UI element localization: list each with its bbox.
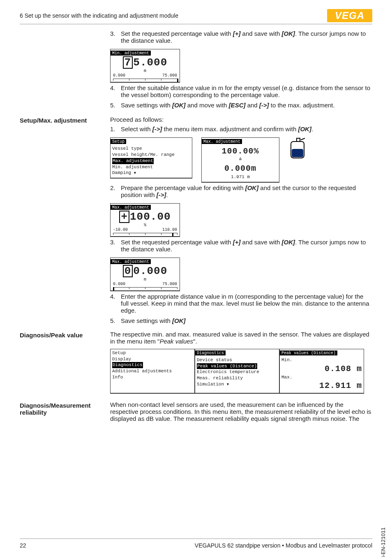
- step-number: 5.: [110, 317, 121, 324]
- lcd-display: Max. adjustment +100.00 % -10.00110.00: [110, 203, 180, 237]
- step-text: Prepare the percentage value for editing…: [121, 184, 372, 198]
- tank-icon: [288, 137, 307, 160]
- step-number: 3.: [110, 239, 121, 253]
- side-heading: Diagnosis/Measurement reliability: [20, 402, 110, 416]
- step-number: 2.: [110, 184, 121, 198]
- svg-rect-1: [292, 149, 303, 157]
- lcd-display-value: Peak values (Distance) Min. 0.108 m Max.…: [279, 349, 364, 394]
- step-text: Save settings with [OK]: [121, 317, 372, 324]
- step-number: 5.: [110, 102, 121, 109]
- lcd-display-menu: Diagnostics Device status Peak values (D…: [195, 349, 279, 394]
- step-text: Save settings with [OK] and move with [E…: [121, 102, 372, 109]
- intro-text: Proceed as follows:: [110, 116, 372, 123]
- footer-title: VEGAPULS 62 standpipe version • Modbus a…: [195, 542, 372, 549]
- lcd-display: Max. adjustment 00.000 m 0.00075.000: [110, 258, 180, 291]
- header-title: 6 Set up the sensor with the indicating …: [20, 12, 178, 19]
- step-text: Enter the appropriate distance value in …: [121, 293, 372, 314]
- step-number: 1.: [110, 125, 121, 132]
- step-number: 4.: [110, 293, 121, 314]
- brand-logo: VEGA: [327, 9, 372, 22]
- lcd-display-menu: Setup Display Diagnostics Additional adj…: [110, 349, 195, 394]
- side-heading: Setup/Max. adjustment: [20, 117, 110, 124]
- lcd-display-menu: Setup Vessel type Vessel height/Me. rang…: [110, 137, 192, 179]
- page-number: 22: [20, 542, 26, 549]
- side-heading: Diagnosis/Peak value: [20, 332, 110, 339]
- paragraph: The respective min. and max. measured va…: [110, 331, 372, 345]
- step-text: Set the requested percentage value with …: [121, 30, 372, 44]
- step-text: Set the requested percentage value with …: [121, 239, 372, 253]
- lcd-display-value: Max. adjustment 100.00% ≙ 0.000m 1.971 m: [201, 137, 279, 183]
- paragraph: When non-contact level sensors are used,…: [110, 401, 372, 422]
- doc-id: 41363-EN-121011: [380, 527, 386, 557]
- lcd-display: Min. adjustment 75.000 m 0.00075.000: [110, 49, 180, 83]
- footer-rule: [20, 538, 372, 539]
- step-number: 4.: [110, 84, 121, 98]
- step-text: Enter the suitable distance value in m f…: [121, 84, 372, 98]
- step-number: 3.: [110, 30, 121, 44]
- step-text: Select with [->] the menu item max. adju…: [121, 125, 372, 132]
